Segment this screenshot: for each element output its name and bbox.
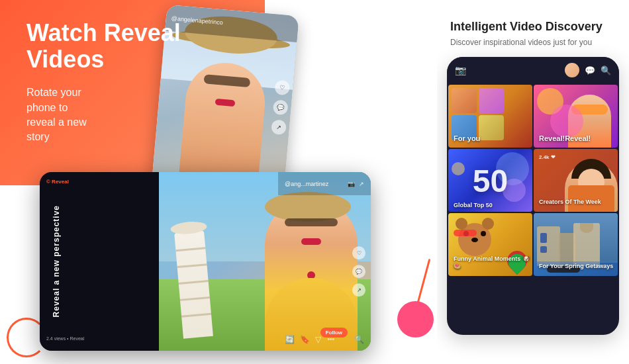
right-heading: Intelligent Video Discovery	[450, 20, 616, 34]
reveal-logo-icon: ▽	[315, 335, 321, 344]
hero-title: Watch Reveal Videos	[26, 20, 181, 72]
heart-icon[interactable]: ♡	[274, 80, 290, 96]
for-you-label: For you	[454, 134, 480, 142]
landscape-share-icon: ↗	[359, 181, 364, 187]
video-grid: For you Reveal!Reveal!	[447, 83, 619, 335]
phone-landscape: © Reveal Reveal a new perspective 2.4 vi…	[40, 172, 371, 351]
retweet-icon: 🔄	[285, 335, 295, 344]
app-phone-topbar: 📷 💬 🔍	[447, 57, 619, 83]
landscape-side-icons: ♡ 💬 ↗	[352, 246, 365, 296]
grid-cell-creators[interactable]: 2.4k ❤ Creators Of The Week	[534, 149, 618, 212]
search-icon[interactable]: 🔍	[601, 66, 611, 75]
grid-cell-spring-getaways[interactable]: For Your Spring Getaways	[534, 213, 618, 276]
right-subheading: Discover inspirational videos just for y…	[450, 38, 616, 47]
grid-cell-for-you[interactable]: For you	[448, 85, 532, 148]
user-avatar[interactable]	[565, 63, 579, 77]
right-header: Intelligent Video Discovery Discover ins…	[437, 0, 629, 57]
right-panel: Intelligent Video Discovery Discover ins…	[437, 0, 629, 364]
reveal-label: Reveal!Reveal!	[539, 134, 591, 142]
landscape-views: 2.4 views • Reveal	[46, 336, 152, 341]
spring-label: For Your Spring Getaways	[539, 263, 613, 271]
hero-subtitle: Rotate your phone to reveal a new story	[26, 85, 181, 145]
share-icon[interactable]: ↗	[271, 119, 287, 135]
landscape-search-icon[interactable]: 🔍	[354, 335, 364, 344]
app-camera-icon: 📷	[455, 65, 466, 75]
landscape-share2-icon[interactable]: ↗	[352, 283, 365, 296]
bookmark-icon: 🔖	[300, 335, 310, 344]
grid-cell-funny-animals[interactable]: Funny Animal Moments 🐶🍉	[448, 213, 532, 276]
grid-cell-global-top50[interactable]: 50 Global Top 50	[448, 149, 532, 212]
app-top-right-icons: 💬 🔍	[565, 63, 611, 77]
dog-glasses	[454, 230, 477, 236]
dog-face	[458, 223, 491, 256]
creators-top-label: 2.4k ❤	[539, 154, 556, 160]
app-phone-frame: 📷 💬 🔍	[447, 57, 619, 335]
landscape-left-strip: © Reveal Reveal a new perspective 2.4 vi…	[40, 172, 159, 351]
landscape-top-bar: @ang...martinez 📷 ↗	[278, 172, 371, 195]
landscape-woman-hat	[265, 192, 351, 222]
hero-text: Watch Reveal Videos Rotate your phone to…	[26, 20, 181, 145]
comment-icon[interactable]: 💬	[273, 99, 289, 115]
deco-circle-pink-bottom	[397, 301, 434, 338]
grid-cell-reveal[interactable]: Reveal!Reveal!	[534, 85, 618, 148]
global-label: Global Top 50	[454, 202, 493, 208]
global-big-number: 50	[473, 162, 508, 199]
landscape-heart-icon[interactable]: ♡	[352, 246, 365, 259]
creators-label: Creators Of The Week	[539, 199, 601, 206]
landscape-top-username: @ang...martinez	[285, 181, 328, 187]
left-panel: Watch Reveal Videos Rotate your phone to…	[0, 0, 437, 364]
landscape-bottom-icons: 🔄 🔖 ▽	[285, 335, 321, 344]
landscape-title: Reveal a new perspective	[52, 205, 61, 317]
chat-icon[interactable]: 💬	[585, 66, 595, 75]
landscape-dots: •••	[327, 336, 334, 343]
animals-label: Funny Animal Moments 🐶🍉	[454, 255, 532, 271]
landscape-camera-icon: 📷	[348, 181, 355, 187]
landscape-main-image: @ang...martinez 📷 ↗ ♡ 💬 ↗ Follow 🔄 🔖 ▽	[159, 172, 371, 351]
landscape-comment-icon[interactable]: 💬	[352, 265, 365, 278]
